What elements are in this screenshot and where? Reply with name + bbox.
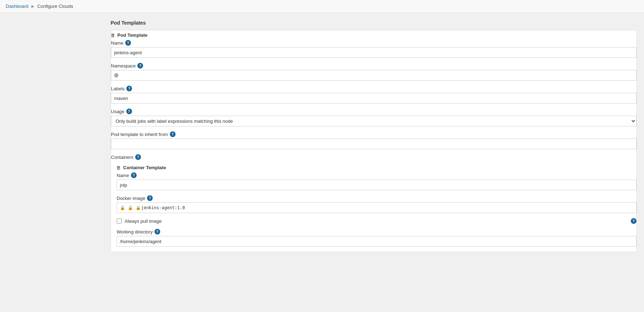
container-template-drag-handle: ⠿ [117,166,121,170]
working-directory-label: Working directory ? [117,229,637,235]
namespace-dot [114,73,118,77]
working-directory-help-icon[interactable]: ? [154,229,160,235]
labels-input[interactable] [111,93,637,104]
labels-help-icon[interactable]: ? [126,86,132,91]
usage-select[interactable]: Only build jobs with label expressions m… [111,116,637,126]
docker-image-input[interactable] [117,202,637,213]
pod-templates-title: Pod Templates [111,20,637,26]
docker-image-label: Docker image ? [117,195,637,201]
docker-image-help-icon[interactable]: ? [147,195,153,201]
containers-help-icon[interactable]: ? [135,154,141,160]
namespace-field-group: Namespace ? [111,63,637,81]
always-pull-image-checkbox[interactable] [117,218,122,223]
usage-help-icon[interactable]: ? [126,109,132,114]
namespace-input-wrapper[interactable] [111,70,637,81]
working-directory-input[interactable] [117,236,637,247]
main-content: Pod Templates ⠿ Pod Template Name ? Name… [0,13,644,266]
name-help-icon[interactable]: ? [125,40,131,46]
breadcrumb: Dashboard ► Configure Clouds [0,0,644,13]
container-name-input[interactable] [117,180,637,190]
container-name-label: Name ? [117,172,637,178]
breadcrumb-separator: ► [31,4,35,9]
pod-template-inherit-label: Pod template to inherit from ? [111,131,637,137]
name-label: Name ? [111,40,637,46]
pod-template-header-label: Pod Template [117,32,147,38]
always-pull-image-help-icon[interactable]: ? [631,218,637,224]
containers-section: Containers ? ⠿ Container Template Name ? [111,154,637,247]
container-name-help-icon[interactable]: ? [131,172,137,178]
pod-template-drag-handle: ⠿ [111,33,115,37]
container-template-block: ⠿ Container Template Name ? Docker image… [117,163,637,247]
name-input[interactable] [111,47,637,58]
usage-label: Usage ? [111,109,637,114]
usage-field-group: Usage ? Only build jobs with label expre… [111,109,637,126]
namespace-label: Namespace ? [111,63,637,69]
namespace-help-icon[interactable]: ? [137,63,143,69]
name-field-group: Name ? [111,40,637,58]
container-name-field-group: Name ? [117,172,637,190]
labels-label: Labels ? [111,86,637,91]
pod-template-inherit-input[interactable] [111,139,637,149]
pod-template-block: ⠿ Pod Template Name ? Namespace ? Labels [111,30,637,252]
always-pull-image-label: Always pull image [125,218,162,224]
labels-field-group: Labels ? [111,86,637,104]
breadcrumb-current: Configure Clouds [37,4,73,9]
containers-label: Containers ? [111,154,637,160]
pod-template-header: ⠿ Pod Template [111,30,637,40]
container-template-header-label: Container Template [123,165,166,170]
breadcrumb-dashboard[interactable]: Dashboard [6,4,29,9]
pod-template-inherit-field-group: Pod template to inherit from ? [111,131,637,149]
always-pull-image-row: Always pull image ? [117,218,637,224]
working-directory-field-group: Working directory ? [117,229,637,247]
docker-image-field-group: Docker image ? [117,195,637,213]
pod-template-inherit-help-icon[interactable]: ? [170,131,176,137]
container-template-header: ⠿ Container Template [117,163,637,172]
